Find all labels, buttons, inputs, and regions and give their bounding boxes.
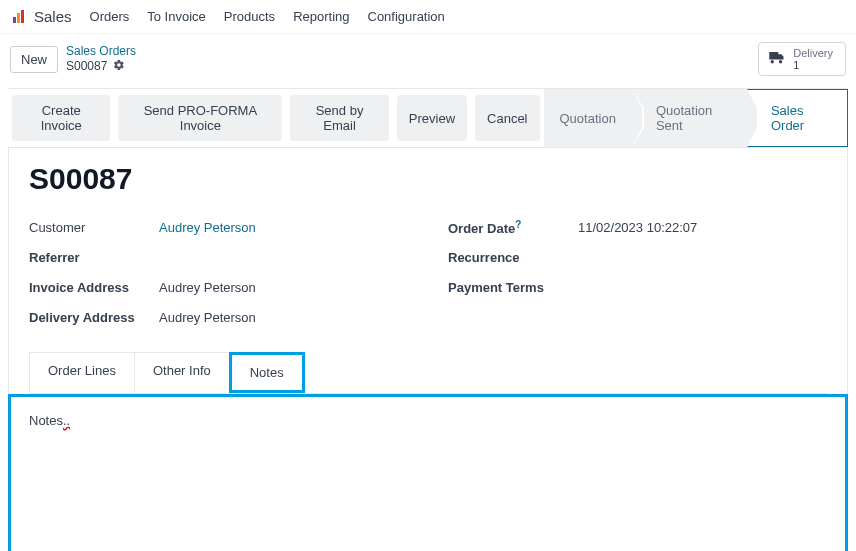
nav-configuration[interactable]: Configuration	[368, 9, 445, 24]
tab-order-lines[interactable]: Order Lines	[29, 352, 135, 393]
stage-sales-order[interactable]: Sales Order	[747, 89, 848, 147]
label-customer: Customer	[29, 220, 159, 235]
send-email-button[interactable]: Send by Email	[290, 95, 388, 141]
svg-point-4	[779, 60, 782, 63]
svg-rect-2	[21, 10, 24, 23]
send-proforma-button[interactable]: Send PRO-FORMA Invoice	[118, 95, 282, 141]
status-row: Create Invoice Send PRO-FORMA Invoice Se…	[8, 88, 848, 148]
create-invoice-button[interactable]: Create Invoice	[12, 95, 110, 141]
svg-rect-1	[17, 13, 20, 23]
breadcrumb-current-label: S00087	[66, 59, 107, 73]
breadcrumb: Sales Orders S00087	[66, 44, 136, 74]
breadcrumb-current: S00087	[66, 59, 136, 74]
nav-orders[interactable]: Orders	[90, 9, 130, 24]
tab-notes[interactable]: Notes	[229, 352, 305, 393]
form-grid: Customer Audrey Peterson Referrer Invoic…	[29, 212, 827, 332]
nav-reporting[interactable]: Reporting	[293, 9, 349, 24]
label-order-date: Order Date?	[448, 219, 578, 236]
stage-quotation-sent[interactable]: Quotation Sent	[632, 89, 747, 147]
truck-icon	[767, 51, 785, 68]
label-invoice-address: Invoice Address	[29, 280, 159, 295]
value-delivery-address[interactable]: Audrey Peterson	[159, 310, 256, 325]
label-referrer: Referrer	[29, 250, 159, 265]
svg-point-3	[771, 60, 774, 63]
nav-products[interactable]: Products	[224, 9, 275, 24]
form-sheet: S00087 Customer Audrey Peterson Referrer…	[8, 148, 848, 394]
delivery-count: 1	[793, 59, 833, 71]
breadcrumb-parent[interactable]: Sales Orders	[66, 44, 136, 58]
svg-rect-0	[13, 17, 16, 23]
cancel-button[interactable]: Cancel	[475, 95, 539, 141]
subheader: New Sales Orders S00087 Delivery 1	[0, 34, 856, 84]
gear-icon[interactable]	[113, 59, 125, 74]
preview-button[interactable]: Preview	[397, 95, 467, 141]
tab-bar: Order Lines Other Info Notes	[29, 352, 827, 394]
label-delivery-address: Delivery Address	[29, 310, 159, 325]
help-icon[interactable]: ?	[515, 219, 521, 230]
record-name: S00087	[29, 162, 827, 196]
new-button[interactable]: New	[10, 46, 58, 73]
main-navbar: Sales Orders To Invoice Products Reporti…	[0, 0, 856, 34]
tab-other-info[interactable]: Other Info	[134, 352, 230, 393]
delivery-stat-button[interactable]: Delivery 1	[758, 42, 846, 76]
label-payment-terms: Payment Terms	[448, 280, 578, 295]
form-col-right: Order Date? 11/02/2023 10:22:07 Recurren…	[448, 212, 827, 332]
actions-bar: Create Invoice Send PRO-FORMA Invoice Se…	[8, 89, 544, 147]
notes-panel[interactable]: Notes..	[8, 394, 848, 551]
value-invoice-address[interactable]: Audrey Peterson	[159, 280, 256, 295]
brand[interactable]: Sales	[12, 8, 72, 25]
notes-content[interactable]: Notes..	[29, 413, 70, 428]
delivery-label: Delivery	[793, 47, 833, 59]
value-order-date[interactable]: 11/02/2023 10:22:07	[578, 220, 697, 235]
nav-to-invoice[interactable]: To Invoice	[147, 9, 206, 24]
brand-icon	[12, 9, 28, 25]
stage-quotation[interactable]: Quotation	[544, 89, 632, 147]
value-customer[interactable]: Audrey Peterson	[159, 220, 256, 235]
form-col-left: Customer Audrey Peterson Referrer Invoic…	[29, 212, 408, 332]
brand-label: Sales	[34, 8, 72, 25]
stage-bar: Quotation Quotation Sent Sales Order	[544, 89, 849, 147]
label-recurrence: Recurrence	[448, 250, 578, 265]
